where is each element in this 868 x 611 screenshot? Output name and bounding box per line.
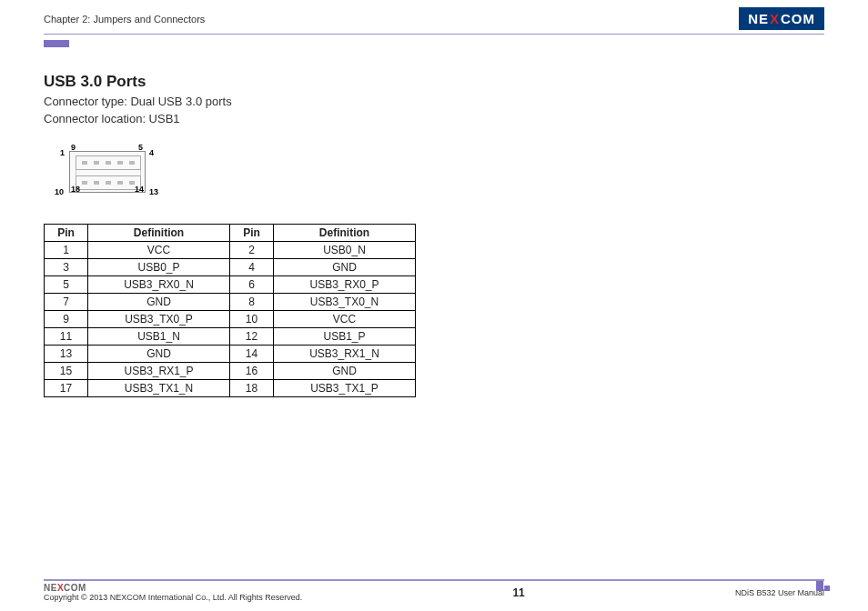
cell-pin: 5 xyxy=(45,276,88,294)
logo-text-post: COM xyxy=(781,11,815,26)
cell-definition: GND xyxy=(88,294,230,311)
cell-definition: USB0_N xyxy=(274,242,416,259)
cell-pin: 8 xyxy=(230,294,274,311)
pin-definition-table: Pin Definition Pin Definition 1VCC2USB0_… xyxy=(44,224,416,397)
header-def-a: Definition xyxy=(88,225,230,242)
pin-label-5: 5 xyxy=(138,143,143,152)
table-header-row: Pin Definition Pin Definition xyxy=(45,225,416,242)
cell-pin: 12 xyxy=(230,328,274,346)
footer-divider xyxy=(44,579,824,581)
cell-pin: 14 xyxy=(230,346,274,363)
table-row: 3USB0_P4GND xyxy=(45,259,416,276)
cell-definition: USB3_RX1_N xyxy=(274,346,416,363)
copyright-text: Copyright © 2013 NEXCOM International Co… xyxy=(44,593,302,602)
connector-location: Connector location: USB1 xyxy=(44,112,868,125)
cell-pin: 18 xyxy=(230,380,274,397)
header-pin-a: Pin xyxy=(45,225,88,242)
chapter-title: Chapter 2: Jumpers and Connectors xyxy=(44,14,205,25)
connector-row-bottom xyxy=(76,175,141,190)
pin-label-4: 4 xyxy=(149,148,154,157)
cell-definition: USB3_TX0_P xyxy=(88,311,230,328)
cell-definition: GND xyxy=(274,259,416,276)
logo-text-pre: NE xyxy=(748,11,769,26)
connector-type: Connector type: Dual USB 3.0 ports xyxy=(44,95,868,108)
cell-definition: USB3_RX0_N xyxy=(88,276,230,294)
cell-definition: USB3_TX1_P xyxy=(274,380,416,397)
cell-definition: USB3_RX1_P xyxy=(88,363,230,380)
connector-row-top xyxy=(76,155,141,170)
pin-label-18: 18 xyxy=(71,185,80,194)
table-row: 17USB3_TX1_N18USB3_TX1_P xyxy=(45,380,416,397)
cell-pin: 17 xyxy=(45,380,88,397)
table-row: 13GND14USB3_RX1_N xyxy=(45,346,416,363)
cell-pin: 15 xyxy=(45,363,88,380)
manual-name: NDiS B532 User Manual xyxy=(735,588,824,597)
decorative-block xyxy=(44,40,69,47)
cell-pin: 7 xyxy=(45,294,88,311)
brand-logo: NEXCOM xyxy=(739,7,824,30)
cell-definition: USB3_TX0_N xyxy=(274,294,416,311)
connector-diagram: 9 5 1 4 18 14 10 13 xyxy=(44,145,171,198)
pin-label-1: 1 xyxy=(60,148,65,157)
table-row: 11USB1_N12USB1_P xyxy=(45,328,416,346)
table-row: 1VCC2USB0_N xyxy=(45,242,416,259)
header-def-b: Definition xyxy=(274,225,416,242)
cell-pin: 6 xyxy=(230,276,274,294)
cell-pin: 3 xyxy=(45,259,88,276)
cell-pin: 16 xyxy=(230,363,274,380)
header-pin-b: Pin xyxy=(230,225,274,242)
cell-definition: USB3_TX1_N xyxy=(88,380,230,397)
cell-pin: 9 xyxy=(45,311,88,328)
pin-label-13: 13 xyxy=(149,187,158,196)
cell-pin: 2 xyxy=(230,242,274,259)
cell-definition: USB3_RX0_P xyxy=(274,276,416,294)
page-number: 11 xyxy=(512,586,524,599)
cell-definition: USB1_P xyxy=(274,328,416,346)
cell-pin: 10 xyxy=(230,311,274,328)
header-divider xyxy=(44,34,824,35)
pin-label-14: 14 xyxy=(135,185,144,194)
cell-pin: 4 xyxy=(230,259,274,276)
footer-logo: NEXCOM xyxy=(44,583,86,593)
pin-label-9: 9 xyxy=(71,143,76,152)
table-row: 7GND8USB3_TX0_N xyxy=(45,294,416,311)
cell-pin: 13 xyxy=(45,346,88,363)
table-row: 9USB3_TX0_P10VCC xyxy=(45,311,416,328)
cell-definition: VCC xyxy=(274,311,416,328)
cell-pin: 11 xyxy=(45,328,88,346)
cell-definition: GND xyxy=(88,346,230,363)
cell-definition: USB0_P xyxy=(88,259,230,276)
table-row: 15USB3_RX1_P16GND xyxy=(45,363,416,380)
section-title: USB 3.0 Ports xyxy=(44,73,868,91)
cell-pin: 1 xyxy=(45,242,88,259)
cell-definition: USB1_N xyxy=(88,328,230,346)
cell-definition: GND xyxy=(274,363,416,380)
logo-x: X xyxy=(770,11,780,26)
cell-definition: VCC xyxy=(88,242,230,259)
pin-label-10: 10 xyxy=(55,187,64,196)
table-row: 5USB3_RX0_N6USB3_RX0_P xyxy=(45,276,416,294)
